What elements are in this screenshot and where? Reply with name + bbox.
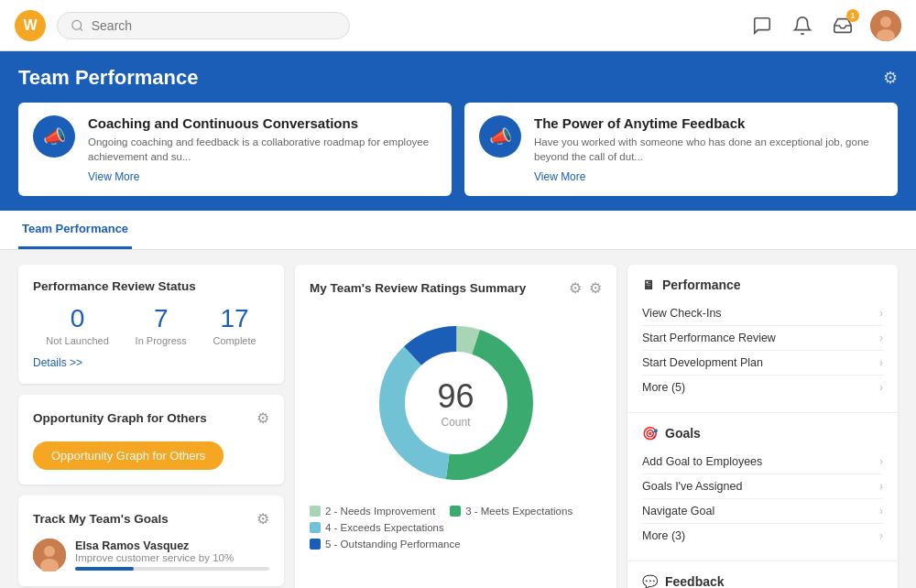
search-input[interactable]: [92, 18, 336, 33]
legend-needs-improvement: 2 - Needs Improvement: [310, 506, 435, 517]
link-view-checkins[interactable]: View Check-Ins ›: [642, 301, 883, 326]
svg-point-3: [880, 16, 891, 27]
tab-team-performance[interactable]: Team Performance: [18, 211, 132, 249]
main-content: Performance Review Status 0 Not Launched…: [0, 250, 916, 588]
filter-icon[interactable]: ⚙: [569, 279, 582, 297]
right-group-goals-title: 🎯 Goals: [642, 426, 883, 441]
banner-settings-icon[interactable]: ⚙: [883, 68, 898, 88]
chart-legend: 2 - Needs Improvement 3 - Meets Expectat…: [310, 506, 602, 550]
banner-card-feedback[interactable]: 📣 The Power of Anytime Feedback Have you…: [464, 103, 898, 196]
opp-widget-header: Opportunity Graph for Others ⚙: [33, 409, 269, 427]
stat-complete: 17 Complete: [213, 304, 256, 346]
banner-header: Team Performance ⚙: [18, 66, 898, 90]
user-avatar[interactable]: [870, 10, 901, 41]
review-widget-title: Performance Review Status: [33, 279, 196, 293]
search-icon: [71, 18, 84, 33]
avatar-image: [870, 10, 901, 41]
coaching-link[interactable]: View More: [88, 170, 139, 183]
middle-column: My Team's Review Ratings Summary ⚙ ⚙: [295, 265, 616, 588]
stat-label-complete: Complete: [213, 335, 256, 346]
opportunity-graph-button[interactable]: Opportunity Graph for Others: [33, 441, 224, 470]
chart-settings-icon[interactable]: ⚙: [589, 279, 602, 297]
chat-icon-button[interactable]: [749, 13, 775, 38]
chevron-right-icon: ›: [879, 480, 883, 493]
legend-color-exceeds-expectations: [310, 522, 321, 533]
person-avatar-image: [33, 539, 66, 572]
right-group-performance: 🖥 Performance View Check-Ins › Start Per…: [627, 265, 898, 413]
right-group-goals: 🎯 Goals Add Goal to Employees › Goals I'…: [627, 413, 898, 561]
right-panel: 🖥 Performance View Check-Ins › Start Per…: [627, 265, 898, 588]
donut-count: 96: [437, 377, 474, 416]
link-performance-more[interactable]: More (5) ›: [642, 376, 883, 399]
goals-widget-title: Track My Team's Goals: [33, 512, 169, 526]
stat-label-not-launched: Not Launched: [46, 335, 109, 346]
right-group-performance-title: 🖥 Performance: [642, 278, 883, 292]
review-ratings-widget: My Team's Review Ratings Summary ⚙ ⚙: [295, 265, 616, 588]
chart-header: My Team's Review Ratings Summary ⚙ ⚙: [310, 279, 602, 297]
donut-center: 96 Count: [437, 377, 474, 429]
stat-num-in-progress: 7: [136, 304, 187, 333]
performance-section-icon: 🖥: [642, 278, 655, 292]
banner-card-coaching[interactable]: 📣 Coaching and Continuous Conversations …: [18, 103, 452, 196]
link-start-performance-review[interactable]: Start Performance Review ›: [642, 326, 883, 351]
feedback-section-icon: 💬: [642, 574, 658, 588]
opp-settings-icon[interactable]: ⚙: [256, 409, 269, 427]
search-bar[interactable]: [57, 12, 350, 39]
stat-num-not-launched: 0: [46, 304, 109, 333]
chevron-right-icon: ›: [879, 356, 883, 369]
goal-person: Elsa Ramos Vasquez Improve customer serv…: [33, 539, 269, 572]
legend-exceeds-expectations: 4 - Exceeds Expectations: [310, 522, 444, 533]
person-avatar: [33, 539, 66, 572]
coaching-icon: 📣: [33, 115, 75, 158]
chevron-right-icon: ›: [879, 505, 883, 517]
chevron-right-icon: ›: [879, 307, 883, 320]
right-group-feedback: 💬 Feedback Get Feedback on Worker ›: [627, 561, 898, 588]
track-goals-widget: Track My Team's Goals ⚙ Elsa Ramos Vasqu…: [18, 495, 284, 586]
progress-fill: [75, 567, 134, 571]
legend-meets-expectations: 3 - Meets Expectations: [450, 506, 572, 517]
banner-cards: 📣 Coaching and Continuous Conversations …: [18, 103, 898, 196]
right-column: 🖥 Performance View Check-Ins › Start Per…: [627, 265, 898, 588]
legend-color-outstanding: [310, 539, 321, 550]
blue-banner: Team Performance ⚙ 📣 Coaching and Contin…: [0, 51, 916, 211]
link-navigate-goal[interactable]: Navigate Goal ›: [642, 499, 883, 524]
goals-settings-icon[interactable]: ⚙: [256, 510, 269, 528]
legend-color-meets-expectations: [450, 506, 461, 517]
person-goal: Improve customer service by 10%: [75, 552, 269, 563]
opp-widget-title: Opportunity Graph for Others: [33, 411, 207, 425]
left-column: Performance Review Status 0 Not Launched…: [18, 265, 284, 588]
chart-title: My Team's Review Ratings Summary: [310, 281, 526, 295]
chat-icon: [752, 16, 772, 36]
review-stats: 0 Not Launched 7 In Progress 17 Complete: [33, 304, 269, 346]
link-goals-assigned[interactable]: Goals I've Assigned ›: [642, 474, 883, 499]
chevron-right-icon: ›: [879, 332, 883, 344]
chart-icons: ⚙ ⚙: [569, 279, 602, 297]
feedback-content: The Power of Anytime Feedback Have you w…: [534, 115, 883, 183]
feedback-link[interactable]: View More: [534, 170, 585, 183]
chart-area: 96 Count: [310, 311, 602, 495]
page-title: Team Performance: [18, 66, 198, 90]
workday-logo[interactable]: W: [15, 10, 46, 41]
coaching-content: Coaching and Continuous Conversations On…: [88, 115, 437, 183]
link-goals-more[interactable]: More (3) ›: [642, 524, 883, 548]
tabs-bar: Team Performance: [0, 211, 916, 250]
person-info: Elsa Ramos Vasquez Improve customer serv…: [75, 539, 269, 571]
goals-widget-header: Track My Team's Goals ⚙: [33, 510, 269, 528]
legend-color-needs-improvement: [310, 506, 321, 517]
link-start-development-plan[interactable]: Start Development Plan ›: [642, 351, 883, 376]
inbox-icon-button[interactable]: 1: [830, 13, 856, 38]
progress-bar: [75, 567, 269, 571]
opportunity-graph-widget: Opportunity Graph for Others ⚙ Opportuni…: [18, 395, 284, 485]
bell-icon: [792, 16, 812, 36]
goals-section-icon: 🎯: [642, 426, 658, 441]
link-add-goal-employees[interactable]: Add Goal to Employees ›: [642, 450, 883, 474]
bell-icon-button[interactable]: [790, 13, 815, 38]
svg-point-0: [72, 20, 82, 29]
stat-in-progress: 7 In Progress: [136, 304, 187, 346]
chevron-right-icon: ›: [879, 529, 883, 542]
details-link[interactable]: Details >>: [33, 356, 82, 369]
legend-outstanding: 5 - Outstanding Performance: [310, 539, 461, 550]
chevron-right-icon: ›: [879, 455, 883, 468]
coaching-desc: Ongoing coaching and feedback is a colla…: [88, 135, 437, 164]
chevron-right-icon: ›: [879, 381, 883, 394]
